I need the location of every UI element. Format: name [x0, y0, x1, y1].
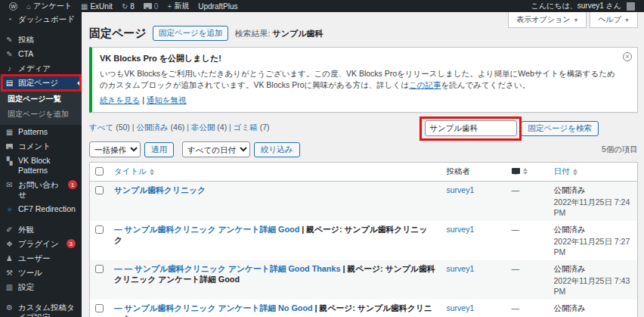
sidebar-item-label: プラグイン [18, 239, 59, 249]
sort-by-comments[interactable] [512, 168, 528, 175]
wordpress-logo-icon: W [9, 2, 17, 11]
table-header-row: タイトル 投稿者 日付 [90, 163, 638, 182]
filter-published-link[interactable]: 公開済み [136, 123, 168, 132]
sidebar-item-vk-block-patterns[interactable]: ▚ VK Block Patterns [0, 154, 82, 178]
table-row: — サンプル歯科クリニック アンケート詳細 No Good | 親ページ: サン… [90, 300, 638, 317]
row-checkbox[interactable] [95, 265, 104, 273]
help-label: ヘルプ [598, 14, 621, 25]
home-icon: ⌂ [26, 2, 31, 11]
publish-date: 2022年11月25日 7:43 PM [554, 276, 633, 296]
bulk-action-select[interactable]: 一括操作 [89, 141, 141, 157]
author-link[interactable]: survey1 [447, 264, 475, 273]
sidebar-item-label: 設定 [18, 282, 34, 292]
update-icon: ↻ [122, 2, 128, 11]
site-name-label: アンケート [33, 1, 72, 11]
sidebar-item-settings[interactable]: ▥ 設定 [0, 280, 82, 294]
new-label: 新規 [174, 1, 189, 11]
publish-status: 公開済み [554, 185, 633, 196]
pages-submenu: 固定ページ一覧 固定ページを追加 [0, 90, 82, 125]
vk-blocks-notice: VK Blocks Pro を公開しました! いつもVK Blocksをご利用い… [89, 47, 638, 113]
notice-article-link[interactable]: この記事 [409, 80, 441, 89]
dismiss-notice-link[interactable]: 通知を無視 [147, 95, 187, 104]
brush-icon: ✐ [5, 225, 14, 235]
new-content-menu[interactable]: + 新規 [163, 1, 194, 11]
sidebar-item-custom-post-type[interactable]: ⚙ カスタム投稿タイプ設定 [0, 300, 82, 317]
help-button[interactable]: ヘルプ ▼ [590, 12, 638, 28]
sidebar-item-dashboard[interactable]: ◔ ダッシュボード [0, 12, 82, 26]
comment-count-dash: — [512, 185, 520, 194]
wrench-icon: ⚒ [5, 268, 14, 278]
sidebar-item-plugins[interactable]: ❖ プラグイン 3 [0, 237, 82, 251]
publish-status: 公開済み [554, 303, 633, 314]
table-row: — サンプル歯科クリニック アンケート詳細 Good | 親ページ: サンプル歯… [90, 221, 638, 260]
site-name-menu[interactable]: ⌂ アンケート [22, 1, 76, 11]
read-more-link[interactable]: 続きを見る [100, 95, 140, 104]
filter-trash-link[interactable]: ゴミ箱 [234, 123, 258, 132]
submenu-item-add-page[interactable]: 固定ページを追加 [0, 107, 82, 122]
hierarchy-prefix: — — [114, 264, 135, 273]
filter-all-link[interactable]: すべて [89, 123, 113, 132]
author-link[interactable]: survey1 [447, 303, 475, 312]
sort-arrows-icon [573, 169, 577, 176]
status-filter-links: すべて (50) | 公開済み (46) | 非公開 (4) | ゴミ箱 (7) [89, 120, 269, 133]
exunit-menu[interactable]: ▦ ExUnit [76, 2, 117, 11]
plugin-icon: ❖ [5, 239, 14, 249]
updraftplus-label: UpdraftPlus [198, 2, 237, 11]
search-results-label: 検索結果: [234, 29, 270, 38]
page-title-link[interactable]: サンプル歯科クリニック アンケート詳細 Good [124, 225, 299, 234]
sidebar-item-tools[interactable]: ⚒ ツール [0, 266, 82, 280]
sidebar-item-pages[interactable]: ▤ 固定ページ [0, 76, 82, 90]
my-account-menu[interactable]: こんにちは、survey1 さん [527, 1, 639, 11]
row-checkbox[interactable] [95, 225, 104, 234]
comments-menu[interactable]: 0 [139, 2, 163, 11]
sidebar-item-cta[interactable]: ✎ CTA [0, 47, 82, 61]
filter-button[interactable]: 絞り込み [254, 142, 300, 157]
publish-date: 2022年11月25日 7:27 PM [554, 237, 633, 256]
search-pages-button[interactable]: 固定ページを検索 [521, 121, 599, 136]
exunit-label: ExUnit [90, 2, 112, 11]
filter-all-count: (50) [116, 123, 130, 132]
sidebar-item-patterns[interactable]: ▦ Patterns [0, 125, 82, 139]
sidebar-item-media[interactable]: ♪ メディア [0, 61, 82, 76]
submenu-item-all-pages[interactable]: 固定ページ一覧 [0, 92, 82, 107]
select-all-checkbox[interactable] [95, 167, 104, 176]
greeting-text: こんにちは、survey1 さん [531, 1, 621, 11]
comment-count-dash: — [512, 303, 520, 312]
updraftplus-menu[interactable]: UpdraftPlus [194, 2, 242, 11]
author-link[interactable]: survey1 [447, 225, 475, 234]
item-count: 5個の項目 [602, 145, 638, 155]
screen-options-button[interactable]: 表示オプション ▼ [508, 12, 587, 28]
wp-logo-menu[interactable]: W [5, 2, 22, 11]
page-title-link[interactable]: サンプル歯科クリニック [114, 185, 206, 194]
row-checkbox[interactable] [95, 186, 104, 194]
apply-button[interactable]: 適用 [144, 142, 174, 157]
avatar [627, 2, 635, 11]
sidebar-item-contact[interactable]: ✉ お問い合わせ 1 [0, 178, 82, 202]
sidebar-item-posts[interactable]: ✎ 投稿 [0, 33, 82, 47]
sidebar-item-comments[interactable]: コメント [0, 139, 82, 154]
date-filter-select[interactable]: すべての日付 [182, 141, 250, 157]
page-title-link[interactable]: サンプル歯科クリニック アンケート詳細 Good Thanks [135, 264, 341, 273]
page-title-link[interactable]: サンプル歯科クリニック アンケート詳細 No Good [124, 303, 312, 312]
author-link[interactable]: survey1 [447, 185, 475, 194]
pushpin-icon: ✎ [5, 49, 14, 59]
sidebar-item-appearance[interactable]: ✐ 外観 [0, 222, 82, 237]
comment-bubble-icon [512, 168, 520, 174]
pages-icon: ▤ [5, 78, 14, 88]
close-icon[interactable]: ✕ [623, 52, 632, 61]
filter-private-link[interactable]: 非公開 [191, 123, 215, 132]
sort-by-date[interactable]: 日付 [554, 166, 577, 177]
sidebar-item-users[interactable]: ♟ ユーザー [0, 251, 82, 266]
search-query-text: サンプル歯科 [273, 29, 324, 38]
sort-by-title[interactable]: タイトル [114, 166, 154, 177]
exunit-icon: ▦ [81, 2, 88, 11]
sidebar-item-cf7-redirection[interactable]: » CF7 Redirection [0, 202, 82, 216]
sidebar-item-label: VK Block Patterns [18, 156, 77, 176]
updates-menu[interactable]: ↻ 8 [117, 2, 139, 11]
add-page-button[interactable]: 固定ページを追加 [153, 26, 229, 41]
main-content: 表示オプション ▼ ヘルプ ▼ 固定ページ 固定ページを追加 検索結果: サンプ… [82, 12, 644, 317]
search-input[interactable] [425, 120, 517, 136]
row-checkbox[interactable] [95, 304, 104, 312]
sidebar-item-label: ツール [18, 268, 42, 278]
filter-separator: | [229, 123, 231, 132]
